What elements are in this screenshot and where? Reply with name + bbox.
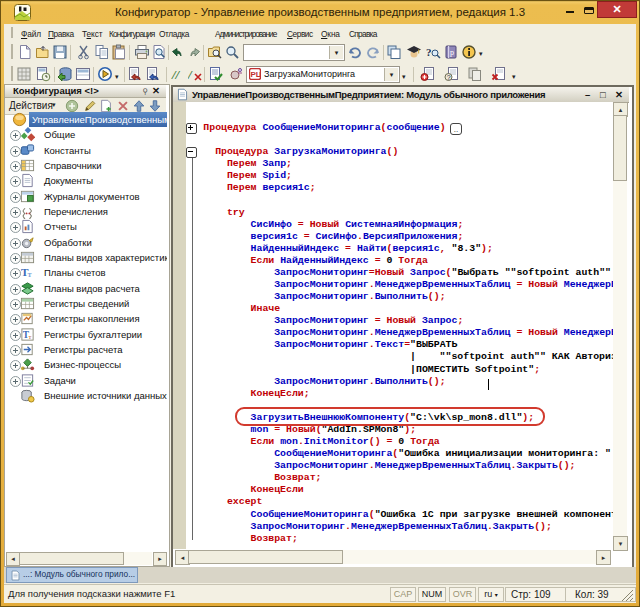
svg-text://: // <box>171 67 181 82</box>
svg-text:т: т <box>28 269 33 279</box>
svg-text:т: т <box>28 333 31 340</box>
svg-text:PЦ: PЦ <box>251 70 262 79</box>
svg-text:?: ? <box>426 46 432 58</box>
svg-text:/: / <box>188 67 193 82</box>
svg-text:?: ? <box>447 74 451 81</box>
svg-text:p: p <box>450 48 454 57</box>
